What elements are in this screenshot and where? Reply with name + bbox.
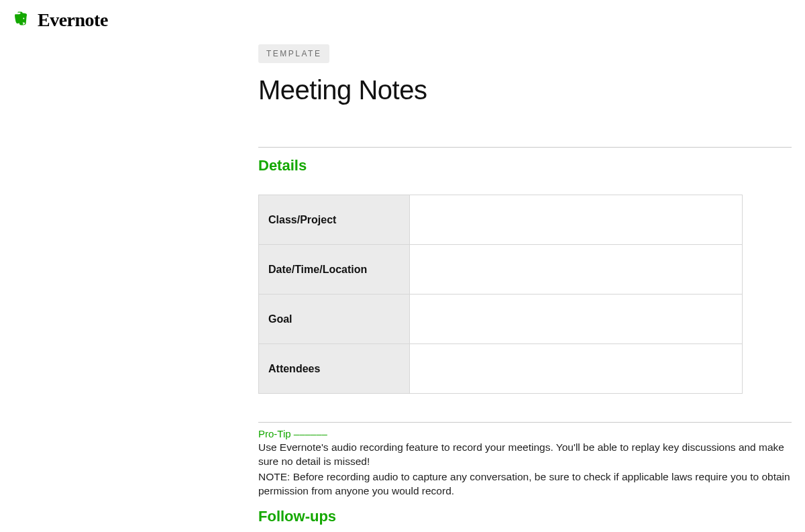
details-heading: Details [258, 157, 792, 174]
pro-tip-label: Pro-Tip –––––– [258, 428, 792, 439]
row-value[interactable] [410, 344, 743, 394]
details-table: Class/Project Date/Time/Location Goal At… [258, 195, 743, 394]
row-value[interactable] [410, 195, 743, 245]
row-value[interactable] [410, 295, 743, 344]
document-content: TEMPLATE Meeting Notes Details Class/Pro… [258, 38, 792, 525]
table-row: Class/Project [259, 195, 743, 245]
template-badge: TEMPLATE [258, 44, 329, 63]
divider [258, 422, 792, 423]
brand-name: Evernote [38, 9, 108, 31]
pro-tip-text: Use Evernote's audio recording feature t… [258, 441, 792, 469]
app-header: Evernote [0, 0, 805, 38]
row-label: Date/Time/Location [259, 245, 410, 295]
table-row: Date/Time/Location [259, 245, 743, 295]
row-label: Goal [259, 295, 410, 344]
followups-heading: Follow-ups [258, 508, 792, 525]
table-row: Goal [259, 295, 743, 344]
row-value[interactable] [410, 245, 743, 295]
evernote-elephant-icon [12, 11, 31, 30]
page-title: Meeting Notes [258, 75, 792, 105]
row-label: Attendees [259, 344, 410, 394]
pro-tip-note: NOTE: Before recording audio to capture … [258, 470, 792, 498]
table-row: Attendees [259, 344, 743, 394]
divider [258, 147, 792, 148]
row-label: Class/Project [259, 195, 410, 245]
